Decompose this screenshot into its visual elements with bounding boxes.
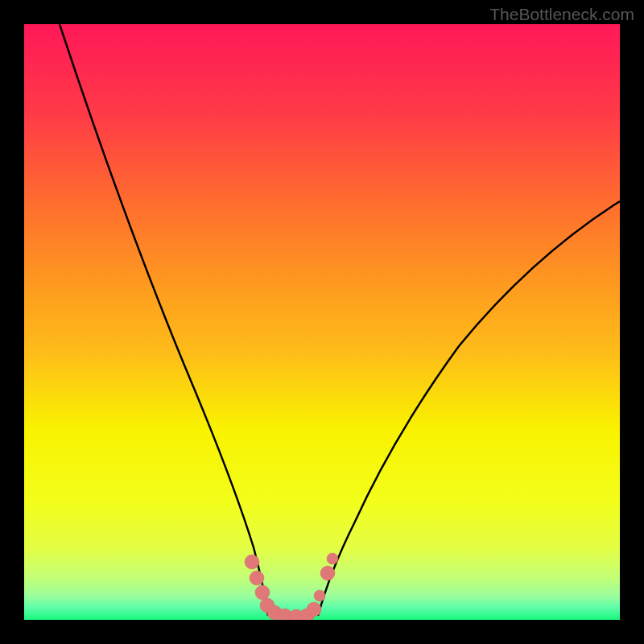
marker-dot (245, 555, 259, 569)
marker-dot (255, 585, 270, 600)
chart-background (24, 24, 620, 620)
marker-dot (327, 553, 338, 564)
marker-dot (314, 590, 325, 601)
marker-dot (250, 571, 264, 585)
chart-container: TheBottleneck.com (0, 0, 644, 644)
marker-dot (320, 566, 335, 580)
marker-dot (307, 602, 321, 617)
watermark-label: TheBottleneck.com (489, 5, 634, 24)
chart-svg (24, 24, 620, 620)
